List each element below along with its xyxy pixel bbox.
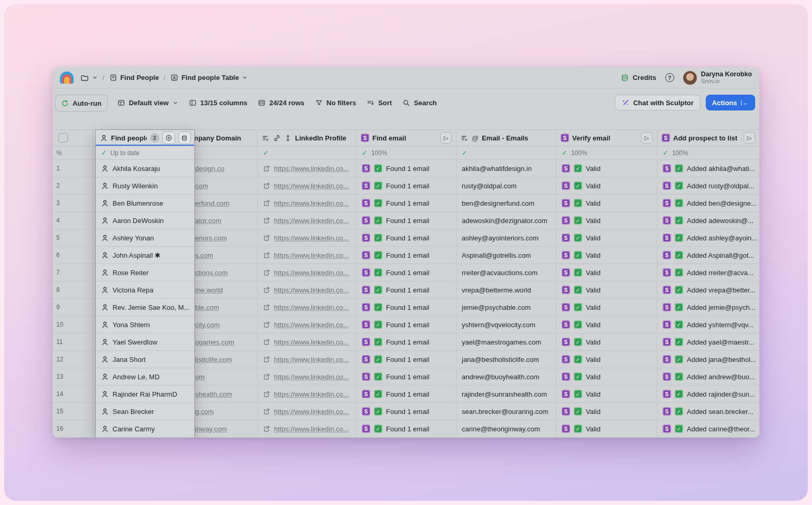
verify-email-cell[interactable]: S ✓ Valid (556, 403, 657, 420)
rows-count-button[interactable]: 24/24 rows (252, 95, 310, 110)
add-prospect-cell[interactable]: S ✓ Added jana@besthol... (657, 351, 759, 368)
find-email-cell[interactable]: S ✓ Found 1 email (357, 212, 456, 229)
email-cell[interactable]: rajinder@sunraishealth.com (456, 386, 556, 403)
add-prospect-cell[interactable]: S ✓ Added Aspinall@got... (657, 247, 759, 264)
find-email-cell[interactable]: S ✓ Found 1 email (357, 386, 456, 403)
run-column-button[interactable]: ▷ (744, 132, 755, 144)
person-name-cell[interactable]: Rusty Wilenkin (96, 177, 194, 195)
linkedin-cell[interactable]: https://www.linkedin.co... (258, 334, 356, 351)
select-all-checkbox[interactable] (58, 133, 68, 143)
row-number-cell[interactable]: 6 (53, 247, 93, 264)
email-cell[interactable]: akhila@whatifdesign.in (456, 160, 556, 177)
add-prospect-cell[interactable]: S ✓ Added akhila@whati... (657, 160, 759, 177)
run-column-button[interactable]: ▷ (641, 132, 653, 144)
linkedin-cell[interactable]: https://www.linkedin.co... (258, 299, 356, 316)
add-prospect-cell[interactable]: S ✓ Added jemie@psych... (657, 299, 759, 316)
verify-email-cell[interactable]: S ✓ Valid (556, 316, 657, 334)
person-name-cell[interactable]: Ben Blumenrose (96, 195, 194, 212)
email-cell[interactable]: jemie@psychable.com (456, 299, 556, 316)
chat-with-sculptor-button[interactable]: Chat with Sculptor (615, 95, 701, 110)
email-cell[interactable]: ben@designerfund.com (456, 195, 556, 212)
linkedin-cell[interactable]: https://www.linkedin.co... (258, 281, 356, 299)
verify-email-cell[interactable]: S ✓ Valid (556, 334, 657, 351)
row-number-cell[interactable]: 1 (53, 160, 93, 177)
find-email-cell[interactable]: S ✓ Found 1 email (357, 160, 456, 177)
find-email-cell[interactable]: S ✓ Found 1 email (357, 195, 456, 212)
user-menu[interactable]: Daryna Korobko Snov.io (683, 70, 752, 85)
row-number-cell[interactable]: 14 (53, 386, 93, 403)
verify-email-cell[interactable]: S ✓ Valid (556, 351, 657, 368)
verify-email-cell[interactable]: S ✓ Valid (556, 386, 657, 403)
find-email-cell[interactable]: S ✓ Found 1 email (357, 247, 456, 264)
email-cell[interactable]: rreiter@acvauctions.com (456, 264, 556, 281)
linkedin-cell[interactable]: https://www.linkedin.co... (258, 316, 356, 334)
find-people-header[interactable]: Find people 3 (96, 130, 194, 146)
verify-email-cell[interactable]: S ✓ Valid (556, 160, 657, 177)
row-number-cell[interactable]: 9 (53, 299, 93, 316)
auto-run-button[interactable]: Auto-run (55, 95, 108, 112)
person-name-cell[interactable]: Rose Reiter (96, 264, 194, 281)
person-name-cell[interactable]: Aaron DeWoskin (96, 212, 194, 229)
linkedin-cell[interactable]: https://www.linkedin.co... (258, 403, 356, 420)
add-prospect-cell[interactable]: S ✓ Added andrew@buo... (657, 368, 759, 386)
person-name-cell[interactable]: Andrew Le, MD (96, 368, 194, 386)
person-name-cell[interactable]: Akhila Kosaraju (96, 160, 194, 177)
email-cell[interactable]: jana@bestholisticlife.com (456, 351, 556, 368)
add-prospect-cell[interactable]: S ✓ Added carine@theor... (657, 420, 759, 438)
email-cell[interactable]: vrepa@betterme.world (456, 281, 556, 299)
linkedin-cell[interactable]: https://www.linkedin.co... (258, 386, 356, 403)
linkedin-cell[interactable]: https://www.linkedin.co... (258, 264, 356, 281)
filters-button[interactable]: No filters (310, 95, 361, 110)
verify-email-cell[interactable]: S ✓ Valid (556, 299, 657, 316)
linkedin-cell[interactable]: https://www.linkedin.co... (258, 195, 356, 212)
email-cell[interactable]: andrew@buoyhealth.com (456, 368, 556, 386)
row-number-cell[interactable]: 3 (53, 195, 93, 212)
email-header[interactable]: @ Email - Emails (456, 130, 556, 146)
row-number-cell[interactable]: 2 (53, 177, 93, 195)
add-prospect-header[interactable]: S Add prospect to list ▷ (657, 130, 759, 146)
add-prospect-cell[interactable]: S ✓ Added rajinder@sun... (657, 386, 759, 403)
person-name-cell[interactable]: Rajinder Rai PharmD (96, 386, 194, 403)
person-name-cell[interactable]: Yael Swerdlow (96, 334, 194, 351)
breadcrumb-table[interactable]: Find people Table (170, 74, 248, 82)
find-email-cell[interactable]: S ✓ Found 1 email (357, 299, 456, 316)
find-email-header[interactable]: S Find email ▷ (357, 130, 456, 146)
email-cell[interactable]: adewoskin@dezignator.com (456, 212, 556, 229)
email-cell[interactable]: yael@maestrogames.com (456, 334, 556, 351)
linkedin-cell[interactable]: https://www.linkedin.co... (258, 368, 356, 386)
find-email-cell[interactable]: S ✓ Found 1 email (357, 368, 456, 386)
verify-email-cell[interactable]: S ✓ Valid (556, 247, 657, 264)
add-column-button[interactable] (163, 132, 175, 144)
row-number-cell[interactable]: 5 (53, 229, 93, 247)
workspace-folder-menu[interactable] (80, 74, 98, 82)
person-name-cell[interactable]: Yona Shtern (96, 316, 194, 334)
verify-email-cell[interactable]: S ✓ Valid (556, 229, 657, 247)
find-email-cell[interactable]: S ✓ Found 1 email (357, 264, 456, 281)
find-email-cell[interactable]: S ✓ Found 1 email (357, 420, 456, 438)
email-cell[interactable]: rusty@oldpal.com (456, 177, 556, 195)
person-name-cell[interactable]: Rev. Jemie Sae Koo, M... (96, 299, 194, 316)
linkedin-cell[interactable]: https://www.linkedin.co... (258, 160, 356, 177)
find-email-cell[interactable]: S ✓ Found 1 email (357, 177, 456, 195)
data-source-button[interactable] (178, 132, 191, 144)
add-prospect-cell[interactable]: S ✓ Added rusty@oldpal... (657, 177, 759, 195)
add-prospect-cell[interactable]: S ✓ Added ben@designe... (657, 195, 759, 212)
email-cell[interactable]: ashley@ayointeriors.com (456, 229, 556, 247)
verify-email-cell[interactable]: S ✓ Valid (556, 264, 657, 281)
email-cell[interactable]: carine@theoriginway.com (456, 420, 556, 438)
add-prospect-cell[interactable]: S ✓ Added vrepa@better... (657, 281, 759, 299)
linkedin-cell[interactable]: https://www.linkedin.co... (258, 229, 356, 247)
verify-email-cell[interactable]: S ✓ Valid (556, 368, 657, 386)
verify-email-cell[interactable]: S ✓ Valid (556, 281, 657, 299)
verify-email-cell[interactable]: S ✓ Valid (556, 420, 657, 438)
run-column-button[interactable]: ▷ (440, 132, 452, 144)
verify-email-cell[interactable]: S ✓ Valid (556, 177, 657, 195)
linkedin-cell[interactable]: https://www.linkedin.co... (258, 420, 356, 438)
linkedin-cell[interactable]: https://www.linkedin.co... (258, 212, 356, 229)
row-number-cell[interactable]: 15 (53, 403, 93, 420)
row-number-cell[interactable]: 7 (53, 264, 93, 281)
person-name-cell[interactable]: Jana Short (96, 351, 194, 368)
add-prospect-cell[interactable]: S ✓ Added ashley@ayoin... (657, 229, 759, 247)
sort-button[interactable]: Sort (361, 95, 397, 110)
credits-button[interactable]: Credits (621, 74, 656, 82)
